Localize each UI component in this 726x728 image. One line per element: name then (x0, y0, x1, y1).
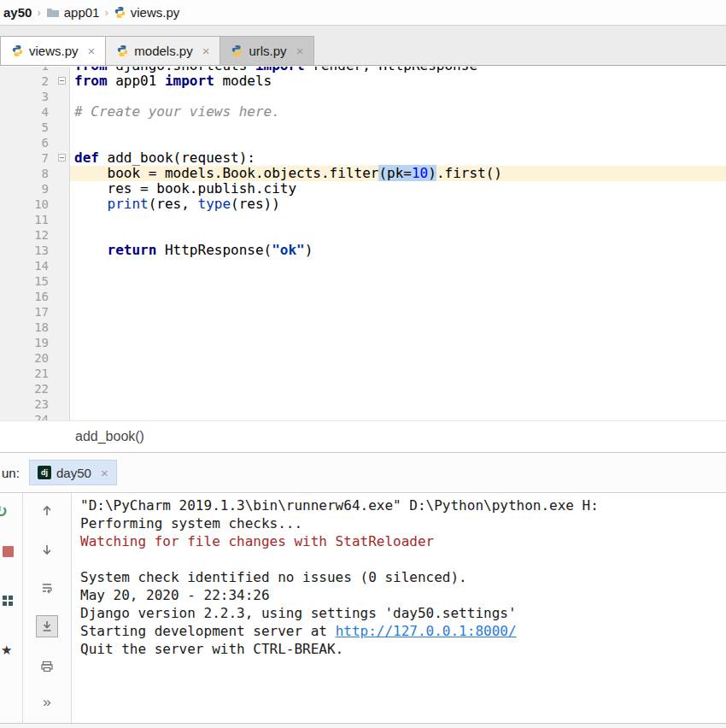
breadcrumb-project[interactable]: ay50 (2, 5, 33, 20)
code-line[interactable]: 16 (0, 289, 726, 304)
python-file-icon (11, 44, 24, 57)
status-bar (0, 723, 726, 728)
run-tab-label: day50 (56, 466, 91, 480)
breadcrumb-package-label: app01 (64, 5, 100, 20)
line-number[interactable]: 9 (0, 181, 70, 197)
code-line[interactable]: 13 return HttpResponse("ok") (0, 243, 726, 258)
code-line[interactable]: 9 res = book.publish.city (0, 181, 726, 197)
function-breadcrumb[interactable]: add_book() (75, 429, 144, 444)
console-line: Starting development server at http://12… (80, 622, 726, 640)
code-line[interactable]: 22 (0, 381, 726, 396)
tab-views-py[interactable]: views.py × (0, 36, 106, 65)
line-number[interactable]: 13 (0, 243, 70, 258)
up-stacktrace-icon[interactable] (36, 500, 58, 522)
code-line[interactable]: 3 (0, 89, 726, 104)
line-number[interactable]: 22 (0, 381, 70, 396)
line-number[interactable]: 6 (0, 135, 70, 150)
close-icon[interactable]: × (296, 44, 304, 58)
console-line: Watching for file changes with StatReloa… (80, 532, 726, 550)
line-number[interactable]: 11 (0, 212, 70, 227)
line-number[interactable]: 21 (0, 366, 70, 381)
line-number[interactable]: 10 (0, 197, 70, 212)
layout-icon[interactable] (3, 596, 7, 600)
fold-marker[interactable] (58, 77, 66, 85)
scroll-to-end-icon[interactable] (36, 615, 58, 637)
editor-content: 1from django.shortcuts import render, Ht… (0, 67, 726, 420)
code-line[interactable]: 20 (0, 350, 726, 366)
console-line: May 20, 2020 - 22:34:26 (80, 586, 726, 604)
breadcrumb-package[interactable]: app01 (44, 5, 102, 20)
soft-wrap-icon[interactable] (36, 577, 58, 599)
code-line[interactable]: 19 (0, 335, 726, 350)
close-icon[interactable]: × (88, 44, 96, 58)
code-line[interactable]: 6 (0, 135, 726, 150)
code-editor[interactable]: 1from django.shortcuts import render, Ht… (0, 67, 726, 420)
line-number[interactable]: 16 (0, 289, 70, 304)
console-toolbar: » (23, 493, 72, 723)
code-line[interactable]: 4# Create your views here. (0, 104, 726, 120)
console-line: Quit the server with CTRL-BREAK. (80, 640, 726, 658)
line-number[interactable]: 17 (0, 304, 70, 320)
code-line[interactable]: 10 print(res, type(res)) (0, 197, 726, 212)
line-number[interactable]: 15 (0, 273, 70, 289)
code-line[interactable]: 17 (0, 304, 726, 320)
chevron-right-icon: › (101, 6, 111, 19)
run-toolbar: ↻ ★ (0, 493, 23, 723)
code-line[interactable]: 21 (0, 366, 726, 381)
print-icon[interactable] (36, 655, 58, 678)
down-stacktrace-icon[interactable] (36, 538, 58, 561)
rerun-icon[interactable]: ↻ (0, 502, 8, 521)
fold-marker[interactable] (58, 154, 66, 161)
run-tab-day50[interactable]: dj day50 × (29, 460, 117, 485)
tab-label: urls.py (249, 44, 286, 58)
line-number[interactable]: 3 (0, 89, 70, 104)
code-line[interactable]: 12 (0, 227, 726, 243)
console-line: Performing system checks... (80, 514, 726, 532)
django-icon: dj (38, 466, 51, 479)
line-number[interactable]: 19 (0, 335, 70, 350)
code-line[interactable]: 11 (0, 212, 726, 227)
line-number[interactable]: 5 (0, 120, 70, 135)
console-line (80, 550, 726, 568)
close-icon[interactable]: × (101, 466, 108, 480)
console-line: "D:\PyCharm 2019.1.3\bin\runnerw64.exe" … (80, 496, 726, 514)
code-line[interactable]: 8 book = models.Book.objects.filter(pk=1… (0, 166, 726, 181)
code-line[interactable]: 7def add_book(request): (0, 150, 726, 166)
python-file-icon (116, 44, 129, 57)
star-icon[interactable]: ★ (1, 643, 12, 658)
chevron-right-icon: › (33, 6, 44, 19)
line-number[interactable]: 23 (0, 396, 70, 412)
code-line[interactable]: 2from app01 import models (0, 73, 726, 89)
more-icon[interactable]: » (36, 691, 58, 713)
line-number[interactable]: 14 (0, 258, 70, 273)
run-console: ↻ ★ » "D:\PyCharm 2019.1.3\bin\runnerw (0, 493, 726, 723)
line-number[interactable]: 4 (0, 104, 70, 120)
breadcrumb-file[interactable]: views.py (112, 5, 182, 20)
line-number[interactable]: 24 (0, 412, 70, 420)
run-toolwindow-header: un: dj day50 × (0, 453, 726, 493)
line-number[interactable]: 12 (0, 227, 70, 243)
console-output[interactable]: "D:\PyCharm 2019.1.3\bin\runnerw64.exe" … (72, 493, 726, 723)
editor-tab-bar: views.py × models.py × urls.py × (0, 26, 726, 66)
console-line: System check identified no issues (0 sil… (80, 568, 726, 586)
console-line: Django version 2.2.3, using settings 'da… (80, 604, 726, 622)
tab-models-py[interactable]: models.py × (105, 36, 220, 65)
code-line[interactable]: 24 (0, 412, 726, 420)
code-line[interactable]: 18 (0, 320, 726, 335)
code-line[interactable]: 5 (0, 120, 726, 135)
tab-urls-py[interactable]: urls.py × (220, 36, 314, 65)
run-label: un: (2, 466, 27, 480)
code-line[interactable]: 14 (0, 258, 726, 273)
line-number[interactable]: 20 (0, 350, 70, 366)
tab-label: models.py (134, 44, 192, 58)
code-line[interactable]: 23 (0, 396, 726, 412)
code-line[interactable]: 15 (0, 273, 726, 289)
tab-label: views.py (29, 44, 79, 58)
close-icon[interactable]: × (202, 44, 210, 58)
breadcrumb-file-label: views.py (131, 5, 180, 20)
line-number[interactable]: 18 (0, 320, 70, 335)
line-number[interactable]: 8 (0, 166, 70, 181)
line-number[interactable]: 1 (0, 67, 70, 73)
server-url-link[interactable]: http://127.0.0.1:8000/ (336, 623, 517, 639)
stop-icon[interactable] (3, 546, 14, 557)
